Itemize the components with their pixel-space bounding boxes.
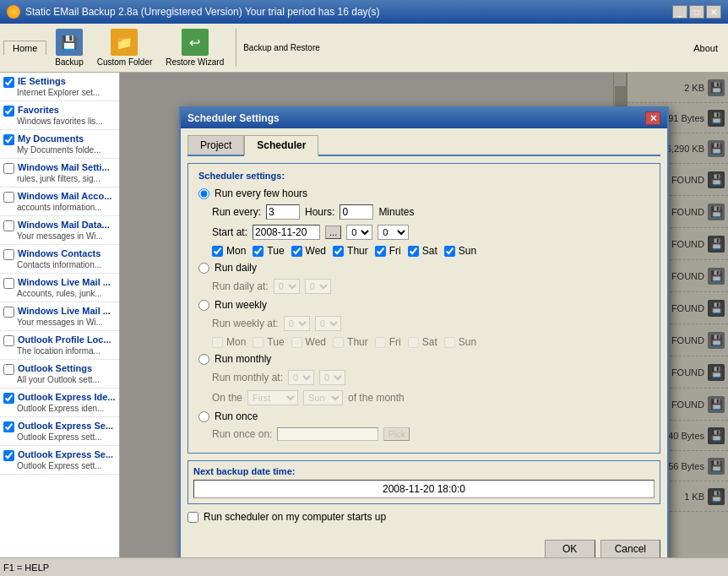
wwed-checkbox[interactable] — [291, 337, 302, 348]
win-mail-data-checkbox[interactable] — [3, 220, 14, 231]
sidebar-item-ie-settings[interactable]: IE Settings Internet Explorer set... — [0, 73, 119, 101]
wfri-checkbox[interactable] — [375, 337, 386, 348]
run-every-input[interactable] — [266, 204, 300, 220]
minutes-label: Minutes — [378, 206, 414, 218]
run-weekly-h-select[interactable]: 0 — [284, 316, 310, 331]
sidebar-item-outlook-settings[interactable]: Outlook Settings All your Outlook sett..… — [0, 360, 119, 389]
sidebar-item-windows-mail-accounts[interactable]: Windows Mail Acco... accounts informatio… — [0, 187, 119, 216]
wed-label[interactable]: Wed — [291, 245, 326, 257]
sidebar-item-windows-mail-settings[interactable]: Windows Mail Setti... rules, junk filter… — [0, 159, 119, 187]
run-weekly-radio[interactable] — [198, 300, 209, 311]
on-the-select[interactable]: FirstSecondThirdFourthLast — [247, 390, 298, 405]
run-daily-radio[interactable] — [198, 263, 209, 274]
my-docs-checkbox[interactable] — [3, 134, 14, 145]
outlook-express-se1-checkbox[interactable] — [3, 421, 14, 432]
sat-label[interactable]: Sat — [408, 245, 437, 257]
outlook-express-se2-checkbox[interactable] — [3, 450, 14, 461]
pick-btn[interactable]: Pick — [383, 427, 410, 441]
thur-label[interactable]: Thur — [333, 245, 368, 257]
tab-scheduler[interactable]: Scheduler — [244, 135, 318, 156]
wsun-checkbox[interactable] — [444, 337, 455, 348]
sidebar-item-outlook-express-ide[interactable]: Outlook Express Ide... Outlook Express i… — [0, 389, 119, 417]
wtue-checkbox[interactable] — [253, 337, 263, 348]
custom-folder-btn[interactable]: 📁 Custom Folder — [92, 27, 158, 68]
fri-checkbox[interactable] — [375, 246, 386, 257]
run-monthly-radio[interactable] — [198, 354, 209, 365]
window-controls[interactable]: _ □ ✕ — [672, 5, 721, 19]
folder-icon: 📁 — [111, 29, 138, 56]
start-at-h-select[interactable]: 0123 — [346, 225, 372, 240]
sidebar-item-windows-contacts[interactable]: Windows Contacts Contacts information... — [0, 245, 119, 274]
day-of-week-select[interactable]: SunMonTueWedThurFriSat — [303, 390, 343, 405]
backup-btn[interactable]: 💾 Backup — [50, 27, 88, 68]
run-every-hours-radio[interactable] — [198, 188, 209, 199]
hours-input[interactable] — [340, 204, 373, 220]
status-text: F1 = HELP — [3, 562, 49, 573]
outlook-express-ide-checkbox[interactable] — [3, 393, 14, 404]
sidebar-item-outlook-express-se1[interactable]: Outlook Express Se... Outlook Express se… — [0, 417, 119, 446]
sidebar-item-outlook-profile[interactable]: Outlook Profile Loc... The location info… — [0, 331, 119, 360]
start-at-date-input[interactable] — [253, 225, 320, 240]
sidebar-item-my-documents[interactable]: My Documents My Documents folde... — [0, 130, 119, 159]
start-at-m-select[interactable]: 0153045 — [378, 225, 409, 240]
mon-label[interactable]: Mon — [212, 245, 246, 257]
run-daily-h-select[interactable]: 0 — [274, 279, 300, 294]
win-contacts-checkbox[interactable] — [3, 249, 14, 260]
run-monthly-h-select[interactable]: 0 — [288, 370, 314, 385]
thur-checkbox[interactable] — [333, 246, 344, 257]
win-live-mail2-checkbox[interactable] — [3, 307, 14, 318]
restore-wizard-btn[interactable]: ↩ Restore Wizard — [160, 27, 229, 68]
run-daily-m-select[interactable]: 0 — [305, 279, 331, 294]
sidebar-item-favorites[interactable]: Favorites Windows favorites lis... — [0, 101, 119, 130]
sidebar-item-windows-mail-data[interactable]: Windows Mail Data... Your messages in Wi… — [0, 216, 119, 245]
ie-settings-checkbox[interactable] — [3, 77, 14, 88]
run-monthly-m-select[interactable]: 0 — [319, 370, 345, 385]
mon-checkbox[interactable] — [212, 246, 223, 257]
tue-checkbox[interactable] — [253, 246, 263, 257]
wthur-checkbox[interactable] — [333, 337, 344, 348]
run-once-input[interactable] — [277, 427, 378, 441]
run-every-hours-label: Run every few hours — [215, 187, 307, 199]
browse-date-btn[interactable]: ... — [325, 226, 341, 239]
sun-checkbox[interactable] — [444, 246, 455, 257]
wsat-checkbox[interactable] — [408, 337, 419, 348]
separator — [236, 29, 236, 67]
sun-label[interactable]: Sun — [444, 245, 476, 257]
favorites-checkbox[interactable] — [3, 106, 14, 117]
cancel-btn[interactable]: Cancel — [600, 540, 660, 557]
outlook-settings-checkbox[interactable] — [3, 364, 14, 375]
outlook-profile-checkbox[interactable] — [3, 335, 14, 346]
wed-checkbox[interactable] — [291, 246, 302, 257]
fri-label[interactable]: Fri — [375, 245, 401, 257]
sat-checkbox[interactable] — [408, 246, 419, 257]
sidebar-item-outlook-express-se2[interactable]: Outlook Express Se... Outlook Express se… — [0, 446, 119, 475]
wwed-label: Wed — [291, 336, 326, 348]
start-at-label: Start at: — [212, 226, 247, 238]
sidebar: IE Settings Internet Explorer set... Fav… — [0, 73, 120, 557]
sidebar-item-windows-live-mail2[interactable]: Windows Live Mail ... Your messages in W… — [0, 302, 119, 331]
app-icon — [7, 5, 20, 19]
close-btn[interactable]: ✕ — [706, 5, 721, 19]
startup-checkbox-row: Run scheduler on my computer starts up — [187, 511, 660, 523]
run-once-on-label: Run once on: — [212, 428, 272, 440]
startup-checkbox[interactable] — [187, 512, 198, 523]
wsat-label: Sat — [408, 336, 437, 348]
run-daily-at-label: Run daily at: — [212, 280, 269, 292]
sidebar-item-windows-live-mail1[interactable]: Windows Live Mail ... Accounts, rules, j… — [0, 274, 119, 302]
run-once-label: Run once — [215, 410, 258, 422]
win-mail-settings-checkbox[interactable] — [3, 163, 14, 174]
run-once-radio[interactable] — [198, 411, 209, 422]
run-weekly-m-select[interactable]: 0 — [315, 316, 341, 331]
home-tab[interactable]: Home — [3, 41, 46, 55]
maximize-btn[interactable]: □ — [689, 5, 704, 19]
hours-label: Hours: — [305, 206, 334, 218]
tue-label[interactable]: Tue — [253, 245, 284, 257]
about-btn[interactable]: About — [687, 41, 725, 55]
tab-project[interactable]: Project — [187, 135, 244, 155]
wmon-checkbox[interactable] — [212, 337, 223, 348]
win-mail-accounts-checkbox[interactable] — [3, 192, 14, 203]
dialog-close-btn[interactable]: ✕ — [645, 111, 660, 125]
ok-btn[interactable]: OK — [545, 540, 595, 557]
win-live-mail1-checkbox[interactable] — [3, 278, 14, 289]
minimize-btn[interactable]: _ — [672, 5, 687, 19]
